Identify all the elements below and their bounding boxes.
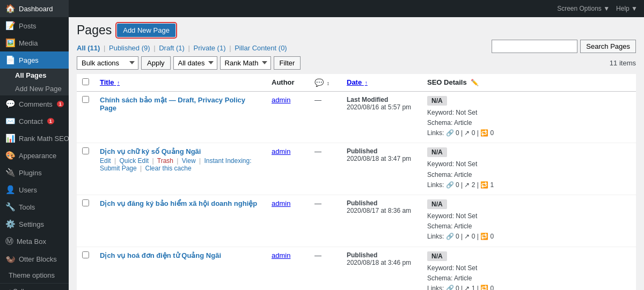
sidebar-item-rankmath[interactable]: 📊 Rank Math SEO — [0, 130, 69, 147]
contact-badge: 1 — [47, 118, 54, 124]
row-comments: — — [314, 251, 321, 259]
ref-icon: 🔁 — [480, 233, 488, 240]
author-link[interactable]: admin — [272, 147, 290, 155]
row-checkbox[interactable] — [82, 251, 89, 258]
sidebar-item-comments[interactable]: 💬 Comments 1 — [0, 95, 69, 113]
sep2: | — [153, 44, 155, 52]
sidebar-subitem-add-new-page[interactable]: Add New Page — [0, 82, 69, 95]
col-checkbox — [77, 74, 94, 92]
filter-pillar[interactable]: Pillar Content (0) — [235, 44, 287, 52]
select-all-checkbox[interactable] — [82, 78, 89, 85]
otterblocks-icon: 🦦 — [5, 254, 16, 264]
row-comments-cell: — — [309, 247, 341, 290]
search-bar: Search Pages — [492, 40, 636, 53]
seo-schema: Schema: Article — [427, 221, 631, 232]
rankmath-filter-select[interactable]: Rank Math — [220, 56, 271, 70]
row-date-cell: Published 2020/08/18 at 3:47 pm — [341, 143, 422, 195]
sidebar-item-metabox[interactable]: Ⓜ Meta Box — [0, 233, 69, 250]
filter-published[interactable]: Published (9) — [109, 44, 150, 52]
col-date: Date ↑ — [341, 74, 422, 92]
row-actions: Edit | Quick Edit | Trash | View | Insta… — [100, 157, 261, 172]
row-seo-cell: N/A Keyword: Not Set Schema: Article Lin… — [422, 91, 636, 143]
row-seo-cell: N/A Keyword: Not Set Schema: Article Lin… — [422, 143, 636, 195]
media-icon: 🖼️ — [5, 38, 16, 48]
sidebar-item-label: Rank Math SEO — [19, 135, 69, 143]
row-action-trash[interactable]: Trash — [157, 157, 173, 165]
item-count: 11 items — [610, 59, 636, 67]
seo-keyword: Keyword: Not Set — [427, 263, 631, 273]
help-label: Help — [616, 5, 630, 12]
sidebar-item-users[interactable]: 👤 Users — [0, 181, 69, 198]
row-checkbox[interactable] — [82, 147, 89, 154]
sidebar-item-tools[interactable]: 🔧 Tools — [0, 198, 69, 215]
sort-date-link[interactable]: Date ↑ — [347, 78, 368, 86]
sidebar-item-dashboard[interactable]: 🏠 Dashboard — [0, 0, 69, 17]
bulk-actions-select[interactable]: Bulk actions Edit Move to Trash — [77, 56, 138, 70]
page-title-link[interactable]: Dịch vụ chữ ký số Quảng Ngãi — [100, 147, 201, 155]
sort-date-arrow: ↑ — [365, 80, 368, 86]
settings-icon: ⚙️ — [5, 219, 16, 229]
date-value: 2020/08/18 at 3:46 pm — [347, 259, 416, 266]
sidebar-item-themeoptions[interactable]: Theme options — [0, 267, 69, 283]
action-bar-left: Bulk actions Edit Move to Trash Apply Al… — [77, 56, 301, 70]
table-row: Chính sách bảo mật — Draft, Privacy Poli… — [77, 91, 636, 143]
search-pages-button[interactable]: Search Pages — [580, 40, 636, 53]
author-link[interactable]: admin — [272, 199, 290, 207]
row-checkbox-cell — [77, 143, 94, 195]
sidebar-item-label: Otter Blocks — [19, 255, 57, 263]
sidebar-item-label: Comments — [19, 100, 53, 108]
row-checkbox[interactable] — [82, 96, 89, 103]
filter-private[interactable]: Private (1) — [194, 44, 226, 52]
pages-table: Title ↑ Author 💬 ↕ — [77, 74, 636, 290]
filter-button[interactable]: Filter — [274, 56, 301, 70]
sort-comments-arrow: ↕ — [327, 80, 330, 86]
sidebar-item-label: Theme options — [9, 271, 55, 279]
sidebar-item-settings[interactable]: ⚙️ Settings — [0, 215, 69, 233]
sort-title-link[interactable]: Title ↑ — [100, 78, 120, 86]
author-link[interactable]: admin — [272, 96, 290, 104]
row-date-cell: Published 2020/08/17 at 8:36 am — [341, 195, 422, 247]
seo-keyword: Keyword: Not Set — [427, 108, 631, 118]
page-title-link[interactable]: Dịch vụ hoá đơn điện tử Quảng Ngãi — [100, 251, 221, 259]
help-btn[interactable]: Help ▼ — [616, 5, 638, 12]
main-area: Screen Options ▼ Help ▼ Pages Add New Pa… — [69, 0, 644, 290]
sidebar-item-contact[interactable]: ✉️ Contact 1 — [0, 113, 69, 130]
date-value: 2020/08/18 at 3:47 pm — [347, 155, 416, 162]
apply-button[interactable]: Apply — [141, 56, 171, 70]
filter-all[interactable]: All (11) — [77, 44, 100, 52]
row-action-clear-cache[interactable]: Clear this cache — [145, 165, 192, 172]
row-date-cell: Last Modified 2020/08/16 at 5:57 pm — [341, 91, 422, 143]
rankmath-icon: 📊 — [5, 133, 16, 143]
row-action-edit[interactable]: Edit — [100, 157, 111, 165]
sidebar-subitem-all-pages[interactable]: All Pages — [0, 69, 69, 82]
row-title-cell: Dịch vụ đăng ký bảo hiểm xã hội doanh ng… — [94, 195, 266, 247]
sidebar-item-pages[interactable]: 📄 Pages — [0, 51, 69, 69]
col-author: Author — [266, 74, 309, 92]
sidebar-item-otterblocks[interactable]: 🦦 Otter Blocks — [0, 250, 69, 267]
date-filter-select[interactable]: All dates — [173, 56, 217, 70]
link-icon: 🔗 — [446, 285, 454, 290]
filter-all-label: All (11) — [77, 44, 100, 52]
search-input[interactable] — [492, 40, 577, 53]
filter-draft[interactable]: Draft (1) — [159, 44, 185, 52]
date-status: Last Modified — [347, 96, 416, 103]
sidebar-item-label: Meta Box — [17, 237, 46, 246]
page-title-link[interactable]: Chính sách bảo mật — Draft, Privacy Poli… — [100, 96, 245, 112]
sidebar-item-posts[interactable]: 📝 Posts — [0, 17, 69, 34]
row-action-view[interactable]: View — [182, 157, 196, 165]
sidebar-item-appearance[interactable]: 🎨 Appearance — [0, 147, 69, 164]
row-sep: | — [152, 157, 154, 165]
sidebar-item-plugins[interactable]: 🔌 Plugins — [0, 164, 69, 181]
author-link[interactable]: admin — [272, 251, 290, 259]
sidebar-item-media[interactable]: 🖼️ Media — [0, 34, 69, 51]
external-icon: ↗ — [464, 285, 470, 290]
row-author-cell: admin — [266, 143, 309, 195]
row-action-quick-edit[interactable]: Quick Edit — [120, 157, 149, 165]
row-checkbox[interactable] — [82, 199, 89, 206]
date-status: Published — [347, 147, 416, 155]
collapse-menu[interactable]: ◀ Collapse menu — [0, 283, 69, 290]
page-title-link[interactable]: Dịch vụ đăng ký bảo hiểm xã hội doanh ng… — [100, 199, 257, 207]
add-new-page-button[interactable]: Add New Page — [117, 24, 175, 37]
screen-options-btn[interactable]: Screen Options ▼ — [557, 5, 610, 12]
seo-edit-icon[interactable]: ✏️ — [471, 79, 479, 86]
